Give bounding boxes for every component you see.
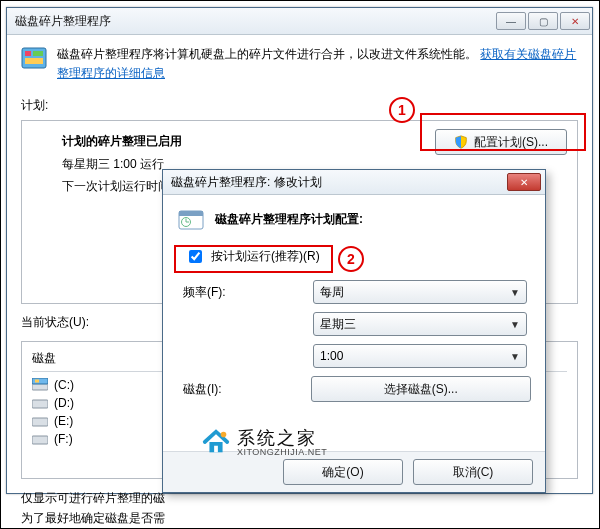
dialog-titlebar: 磁盘碎片整理程序: 修改计划 ✕ — [163, 170, 545, 195]
intro-text: 磁盘碎片整理程序将计算机硬盘上的碎片文件进行合并，以改进文件系统性能。 获取有关… — [57, 45, 578, 83]
run-on-schedule-label: 按计划运行(推荐)(R) — [211, 248, 320, 265]
dialog-close-button[interactable]: ✕ — [507, 173, 541, 191]
select-disks-button[interactable]: 选择磁盘(S)... — [311, 376, 531, 402]
svg-rect-8 — [32, 418, 48, 426]
drive-label: (D:) — [54, 396, 74, 410]
configure-schedule-button[interactable]: 配置计划(S)... — [435, 129, 567, 155]
day-row: 星期三 ▼ — [177, 312, 531, 336]
modify-schedule-dialog: 磁盘碎片整理程序: 修改计划 ✕ 磁盘碎片整理程序计划配置: 按计划运行(推荐)… — [162, 169, 546, 493]
dialog-footer: 确定(O) 取消(C) — [163, 451, 545, 492]
svg-rect-9 — [32, 436, 48, 444]
dialog-title: 磁盘碎片整理程序: 修改计划 — [171, 174, 322, 191]
time-select[interactable]: 1:00 ▼ — [313, 344, 527, 368]
svg-rect-3 — [25, 58, 43, 64]
select-disks-label: 选择磁盘(S)... — [384, 381, 458, 398]
day-value: 星期三 — [320, 316, 356, 333]
chevron-down-icon: ▼ — [510, 319, 520, 330]
intro-description: 磁盘碎片整理程序将计算机硬盘上的碎片文件进行合并，以改进文件系统性能。 — [57, 47, 477, 61]
cancel-button[interactable]: 取消(C) — [413, 459, 533, 485]
drive-icon — [32, 378, 48, 392]
frequency-row: 频率(F): 每周 ▼ — [177, 280, 531, 304]
chevron-down-icon: ▼ — [510, 351, 520, 362]
time-value: 1:00 — [320, 349, 343, 363]
disk-label: 磁盘(I): — [177, 381, 311, 398]
frequency-select[interactable]: 每周 ▼ — [313, 280, 527, 304]
time-row: 1:00 ▼ — [177, 344, 531, 368]
drive-icon — [32, 414, 48, 428]
footer-note: 仅显示可进行碎片整理的磁 为了最好地确定磁盘是否需 — [21, 489, 592, 527]
run-on-schedule-checkbox[interactable] — [189, 250, 202, 263]
frequency-value: 每周 — [320, 284, 344, 301]
main-titlebar: 磁盘碎片整理程序 — ▢ ✕ — [7, 8, 592, 35]
main-window-title: 磁盘碎片整理程序 — [15, 13, 111, 30]
drive-label: (E:) — [54, 414, 73, 428]
chevron-down-icon: ▼ — [510, 287, 520, 298]
intro-row: 磁盘碎片整理程序将计算机硬盘上的碎片文件进行合并，以改进文件系统性能。 获取有关… — [21, 45, 578, 83]
schedule-icon — [177, 205, 205, 233]
shield-icon — [454, 135, 468, 149]
svg-rect-1 — [25, 51, 31, 56]
svg-rect-5 — [32, 378, 48, 384]
svg-rect-7 — [32, 400, 48, 408]
svg-rect-11 — [179, 211, 203, 216]
drive-icon — [32, 432, 48, 446]
dialog-header: 磁盘碎片整理程序计划配置: — [177, 205, 531, 233]
dialog-body: 磁盘碎片整理程序计划配置: 按计划运行(推荐)(R) 频率(F): 每周 ▼ 星… — [163, 195, 545, 402]
svg-rect-6 — [35, 380, 39, 383]
ok-button[interactable]: 确定(O) — [283, 459, 403, 485]
svg-rect-2 — [33, 51, 43, 56]
footer-line2: 为了最好地确定磁盘是否需 — [21, 509, 592, 528]
minimize-button[interactable]: — — [496, 12, 526, 30]
drive-label: (F:) — [54, 432, 73, 446]
schedule-section-label: 计划: — [21, 97, 578, 114]
maximize-button[interactable]: ▢ — [528, 12, 558, 30]
drive-label: (C:) — [54, 378, 74, 392]
day-select[interactable]: 星期三 ▼ — [313, 312, 527, 336]
frequency-label: 频率(F): — [177, 284, 313, 301]
configure-button-label: 配置计划(S)... — [474, 134, 548, 151]
close-button[interactable]: ✕ — [560, 12, 590, 30]
drive-icon — [32, 396, 48, 410]
run-on-schedule-row: 按计划运行(推荐)(R) — [185, 247, 531, 266]
dialog-header-text: 磁盘碎片整理程序计划配置: — [215, 211, 363, 228]
defrag-icon — [21, 45, 47, 83]
window-controls: — ▢ ✕ — [496, 12, 590, 30]
disk-row: 磁盘(I): 选择磁盘(S)... — [177, 376, 531, 402]
